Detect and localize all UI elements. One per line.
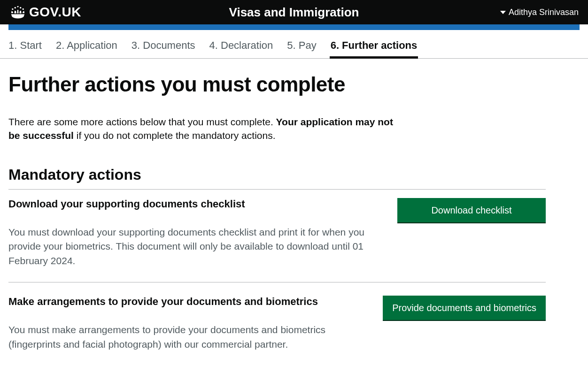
download-checklist-button[interactable]: Download checklist <box>397 198 546 222</box>
tab-pay[interactable]: 5. Pay <box>287 39 316 58</box>
tab-declaration[interactable]: 4. Declaration <box>209 39 273 58</box>
main-content: Further actions you must complete There … <box>0 59 554 381</box>
blue-bar <box>8 24 580 30</box>
tab-start[interactable]: 1. Start <box>8 39 42 58</box>
action-left: Make arrangements to provide your docume… <box>8 296 364 351</box>
action-row-checklist: Download your supporting documents check… <box>8 198 546 282</box>
tab-application[interactable]: 2. Application <box>56 39 117 58</box>
header-logo[interactable]: GOV.UK <box>9 5 81 20</box>
action-desc-checklist: You must download your supporting docume… <box>8 225 379 268</box>
action-heading-biometrics: Make arrangements to provide your docume… <box>8 296 364 308</box>
action-heading-checklist: Download your supporting documents check… <box>8 198 379 210</box>
caret-down-icon <box>500 11 506 14</box>
mandatory-section-title: Mandatory actions <box>8 166 546 183</box>
tab-further-actions[interactable]: 6. Further actions <box>331 39 418 58</box>
action-left: Download your supporting documents check… <box>8 198 379 268</box>
step-tabs: 1. Start 2. Application 3. Documents 4. … <box>0 30 588 59</box>
action-desc-biometrics: You must make arrangements to provide yo… <box>8 323 364 351</box>
section-divider <box>8 189 546 190</box>
user-name: Adithya Srinivasan <box>509 8 579 17</box>
user-menu[interactable]: Adithya Srinivasan <box>500 8 579 17</box>
tab-documents[interactable]: 3. Documents <box>132 39 195 58</box>
action-row-biometrics: Make arrangements to provide your docume… <box>8 296 546 366</box>
provide-biometrics-button[interactable]: Provide documents and biometrics <box>383 296 546 320</box>
header: GOV.UK Visas and Immigration Adithya Sri… <box>0 0 588 24</box>
intro-pre: There are some more actions below that y… <box>8 116 276 127</box>
intro-post: if you do not complete the mandatory act… <box>74 130 276 141</box>
govuk-logo-text: GOV.UK <box>29 5 81 20</box>
intro-paragraph: There are some more actions below that y… <box>8 115 398 143</box>
crown-icon <box>9 5 26 19</box>
page-title: Further actions you must complete <box>8 73 546 96</box>
service-title: Visas and Immigration <box>229 5 359 20</box>
